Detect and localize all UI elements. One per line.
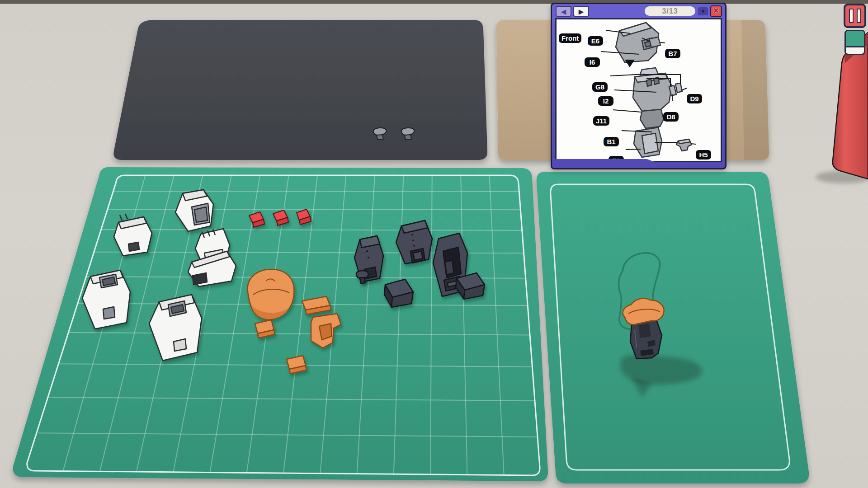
part-label-D9: D9 [687,94,702,103]
part-label-G8: G8 [592,82,608,92]
part-label-F9-active: F9 [609,156,624,165]
prev-page-button[interactable]: ◀ [556,6,571,17]
next-page-button[interactable]: ▶ [573,6,589,17]
page-indicator: 3/13 [645,6,695,16]
pause-button[interactable] [844,4,866,28]
part-label-H5: H5 [696,150,711,160]
orange-part[interactable] [248,269,294,319]
part-label-E6: E6 [588,36,603,46]
part-label-J11: J11 [593,116,609,126]
part-label-B7: B7 [665,49,680,58]
pause-icon [857,9,861,23]
workbench-scene: COLA ◀ ▶ 3/13 ▼ ✕ [0,0,868,488]
cutting-mat-right[interactable] [537,172,809,483]
manual-diagram: Front E6 B7 I6 G8 I2 D9 J11 D8 B1 F9 H5 [555,18,722,162]
part-label-I6: I6 [585,57,600,67]
manual-titlebar: ◀ ▶ 3/13 ▼ ✕ [552,4,725,18]
pause-icon [849,9,854,23]
chevron-down-icon[interactable]: ▼ [698,7,708,15]
manual-window: ◀ ▶ 3/13 ▼ ✕ [551,3,726,169]
dark-mat [113,20,487,160]
part-label-B1: B1 [604,137,619,146]
view-label: Front [559,33,581,43]
diagram-illustration [557,19,725,163]
swatch-top-color [846,31,864,47]
close-icon[interactable]: ✕ [710,5,722,17]
scene-canvas: COLA [0,0,868,488]
cola-can: COLA [812,33,868,183]
orange-part[interactable] [287,356,307,374]
part-label-D8: D8 [663,112,679,122]
orange-part[interactable] [255,320,275,338]
color-swatch[interactable] [844,30,865,55]
part-label-I2: I2 [598,96,613,106]
